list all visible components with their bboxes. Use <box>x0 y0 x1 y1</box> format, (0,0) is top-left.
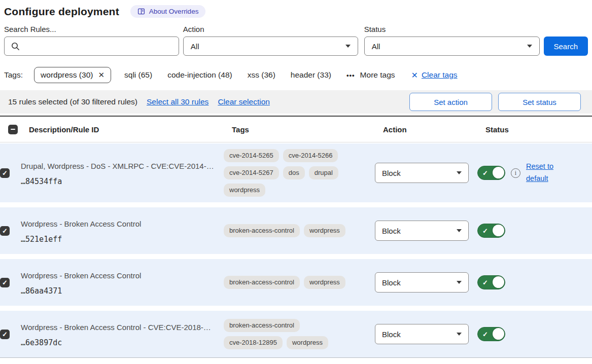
table-body: ✓ Drupal, Wordpress - DoS - XMLRPC - CVE… <box>0 143 592 357</box>
rule-description-cell: Wordpress - Broken Access Control …521e1… <box>21 217 224 244</box>
rule-description-cell: Wordpress - Broken Access Control - CVE:… <box>21 321 224 347</box>
selection-summary: 15 rules selected (of 30 filtered rules) <box>8 97 137 106</box>
chevron-down-icon <box>457 171 462 174</box>
select-all-link[interactable]: Select all 30 rules <box>147 97 208 106</box>
header-tags: Tags <box>232 125 383 134</box>
tag-filter-item[interactable]: header (33) <box>291 70 331 79</box>
header-action: Action <box>383 125 485 134</box>
selected-tag-wordpress[interactable]: wordpress (30) ✕ <box>34 67 111 83</box>
action-select[interactable]: Block <box>375 324 469 344</box>
rule-tag-pill: wordpress <box>287 336 328 349</box>
about-overrides-label: About Overrides <box>149 8 199 15</box>
check-icon: ✓ <box>482 279 488 286</box>
action-select[interactable]: Block <box>375 221 469 241</box>
header-description: Description/Rule ID <box>29 125 232 134</box>
header-status: Status <box>485 125 592 134</box>
action-value: Block <box>382 169 401 177</box>
status-toggle[interactable]: ✓ <box>477 275 505 289</box>
rule-tag-pill: wordpress <box>304 276 345 289</box>
rule-description: Wordpress - Broken Access Control <box>21 269 224 282</box>
clear-selection-link[interactable]: Clear selection <box>218 97 270 106</box>
toggle-knob <box>493 328 504 340</box>
clear-tags-link[interactable]: ✕ Clear tags <box>411 70 458 80</box>
rules-table: Description/Rule ID Tags Action Status ✓… <box>0 116 592 360</box>
table-header-row: Description/Rule ID Tags Action Status <box>0 117 592 142</box>
rule-tag-pill: cve-2014-5265 <box>224 149 279 162</box>
search-button[interactable]: Search <box>544 37 588 56</box>
rule-action-cell: Block <box>375 221 477 241</box>
rule-tag-pill: drupal <box>309 166 338 179</box>
action-filter-label: Action <box>183 25 358 33</box>
rule-description: Wordpress - Broken Access Control <box>21 217 224 231</box>
rule-tag-pill: broken-access-control <box>224 224 300 237</box>
selected-tag-label: wordpress (30) <box>41 70 93 80</box>
set-status-button[interactable]: Set status <box>498 93 581 111</box>
rule-tag-pill: cve-2018-12895 <box>224 336 283 349</box>
clear-tags-label: Clear tags <box>422 70 458 80</box>
set-action-button[interactable]: Set action <box>409 93 492 111</box>
action-select[interactable]: Block <box>375 272 469 293</box>
status-toggle[interactable]: ✓ <box>477 166 505 180</box>
rule-tags-cell: broken-access-controlcve-2018-12895wordp… <box>224 319 358 349</box>
table-bottom-divider <box>0 357 592 360</box>
row-checkbox[interactable]: ✓ <box>0 278 10 287</box>
table-row: ✓ Wordpress - Broken Access Control …521… <box>0 207 592 254</box>
row-checkbox[interactable]: ✓ <box>0 226 10 236</box>
rule-tags-cell: cve-2014-5265cve-2014-5266cve-2014-5267d… <box>224 149 358 197</box>
rule-action-cell: Block <box>375 324 477 344</box>
check-icon: ✓ <box>482 331 488 338</box>
remove-tag-icon[interactable]: ✕ <box>98 70 105 80</box>
rule-action-cell: Block <box>375 163 477 183</box>
check-icon: ✓ <box>482 227 488 235</box>
check-icon: ✓ <box>482 169 488 177</box>
toggle-knob <box>493 276 504 288</box>
action-select[interactable]: Block <box>375 163 469 183</box>
about-overrides-badge[interactable]: About Overrides <box>130 5 206 18</box>
indeterminate-icon <box>11 129 15 130</box>
chevron-down-icon <box>457 281 462 284</box>
tag-filter-item[interactable]: sqli (65) <box>124 70 152 79</box>
reset-to-default-link[interactable]: Reset to default <box>526 161 560 185</box>
action-value: Block <box>382 278 401 287</box>
tags-label: Tags: <box>4 70 23 80</box>
tag-filter-item[interactable]: code-injection (48) <box>167 70 232 79</box>
rule-tag-pill: broken-access-control <box>224 319 300 332</box>
action-filter-select[interactable]: All <box>183 37 358 56</box>
rule-id: …6e3897dc <box>21 338 224 347</box>
row-checkbox[interactable]: ✓ <box>0 168 10 178</box>
selection-bar: 15 rules selected (of 30 filtered rules)… <box>0 90 592 114</box>
search-input[interactable] <box>25 42 167 51</box>
check-icon: ✓ <box>2 228 8 234</box>
rule-tag-pill: wordpress <box>304 224 345 237</box>
row-checkbox[interactable]: ✓ <box>0 330 10 339</box>
status-toggle[interactable]: ✓ <box>477 224 505 238</box>
tags-bar: Tags: wordpress (30) ✕ sqli (65)code-inj… <box>0 67 592 83</box>
status-toggle[interactable]: ✓ <box>477 327 505 341</box>
ellipsis-icon: ••• <box>346 71 355 79</box>
search-rules-field: Search Rules... <box>4 25 179 56</box>
select-all-checkbox[interactable] <box>8 125 18 134</box>
action-filter-value: All <box>191 42 199 51</box>
more-tags-label: More tags <box>360 70 395 80</box>
tag-filter-item[interactable]: xss (36) <box>248 70 275 79</box>
status-filter-field: Status All <box>364 25 540 56</box>
chevron-down-icon <box>345 45 351 48</box>
info-icon[interactable]: i <box>511 168 520 178</box>
rule-tag-pill: dos <box>283 166 305 179</box>
more-tags-button[interactable]: ••• More tags <box>346 70 395 80</box>
rule-tag-pill: cve-2014-5267 <box>224 166 279 179</box>
table-row: ✓ Drupal, Wordpress - DoS - XMLRPC - CVE… <box>0 143 592 202</box>
search-rules-label: Search Rules... <box>4 25 179 33</box>
rule-description: Wordpress - Broken Access Control - CVE:… <box>21 321 224 334</box>
rule-status-cell: ✓ <box>477 224 592 238</box>
table-row: ✓ Wordpress - Broken Access Control …86a… <box>0 259 592 306</box>
rule-tags-cell: broken-access-controlwordpress <box>224 224 358 237</box>
rule-tag-pill: cve-2014-5266 <box>283 149 338 162</box>
check-icon: ✓ <box>2 279 8 286</box>
status-filter-select[interactable]: All <box>364 37 540 56</box>
reset-group: i Reset to default <box>511 161 560 185</box>
rule-id: …521e1eff <box>21 235 224 244</box>
action-value: Block <box>382 227 401 235</box>
page-header: Configure deployment About Overrides <box>0 5 592 18</box>
rule-id: …84534ffa <box>21 177 224 186</box>
